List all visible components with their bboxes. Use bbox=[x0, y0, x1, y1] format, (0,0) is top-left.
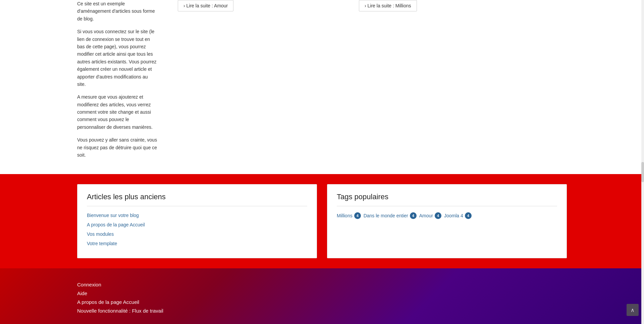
left-column: Ce site est un exemple d'aménagement d'a… bbox=[0, 0, 168, 164]
tag-item[interactable]: Joomla 44 bbox=[444, 212, 472, 219]
paragraph-3: A mesure que vous ajouterez et modifiere… bbox=[77, 93, 158, 131]
tag-label: Millions bbox=[337, 213, 353, 218]
scrollbar-thumb[interactable] bbox=[641, 162, 644, 182]
list-item: Votre template bbox=[87, 240, 307, 247]
footer-list-item: Connexion bbox=[77, 282, 567, 288]
tag-label: Amour bbox=[419, 213, 433, 218]
center-column: › Lire la suite : Amour bbox=[168, 0, 349, 164]
popular-tags-box: Tags populaires Millions4Dans le monde e… bbox=[327, 184, 567, 258]
tag-label: Joomla 4 bbox=[444, 213, 463, 218]
scroll-to-top-button[interactable]: ∧ bbox=[627, 304, 639, 316]
read-more-millions-button[interactable]: › Lire la suite : Millions bbox=[359, 0, 417, 11]
tags-container: Millions4Dans le monde entier4Amour4Joom… bbox=[337, 212, 557, 219]
read-more-amour-button[interactable]: › Lire la suite : Amour bbox=[178, 0, 233, 11]
older-article-link[interactable]: A propos de la page Accueil bbox=[87, 222, 145, 227]
paragraph-1: Ce site est un exemple d'aménagement d'a… bbox=[77, 0, 158, 22]
tag-badge: 4 bbox=[410, 212, 417, 219]
paragraph-2: Si vous vous connectez sur le site (le l… bbox=[77, 28, 158, 88]
older-article-link[interactable]: Vos modules bbox=[87, 231, 114, 237]
red-section: Articles les plus anciens Bienvenue sur … bbox=[0, 174, 644, 268]
popular-tags-title: Tags populaires bbox=[337, 193, 557, 206]
older-articles-title: Articles les plus anciens bbox=[87, 193, 307, 206]
paragraph-4: Vous pouvez y aller sans crainte, vous n… bbox=[77, 136, 158, 159]
scrollbar-track[interactable] bbox=[641, 0, 644, 324]
older-article-link[interactable]: Votre template bbox=[87, 241, 117, 246]
tag-label: Dans le monde entier bbox=[364, 213, 408, 218]
top-content: Ce site est un exemple d'aménagement d'a… bbox=[0, 0, 644, 174]
footer-link[interactable]: Connexion bbox=[77, 282, 101, 287]
footer-links-list: ConnexionAideA propos de la page Accueil… bbox=[77, 282, 567, 314]
list-item: A propos de la page Accueil bbox=[87, 222, 307, 228]
footer-link[interactable]: A propos de la page Accueil bbox=[77, 299, 139, 305]
older-article-link[interactable]: Bienvenue sur votre blog bbox=[87, 213, 139, 218]
footer-link[interactable]: Nouvelle fonctionnalité : Flux de travai… bbox=[77, 308, 163, 314]
older-articles-box: Articles les plus anciens Bienvenue sur … bbox=[77, 184, 317, 258]
list-item: Bienvenue sur votre blog bbox=[87, 212, 307, 218]
tag-badge: 4 bbox=[465, 212, 472, 219]
older-articles-list: Bienvenue sur votre blogA propos de la p… bbox=[87, 212, 307, 247]
footer-link[interactable]: Aide bbox=[77, 290, 87, 296]
footer: ConnexionAideA propos de la page Accueil… bbox=[0, 268, 644, 324]
footer-list-item: Aide bbox=[77, 290, 567, 296]
list-item: Vos modules bbox=[87, 231, 307, 237]
right-column: › Lire la suite : Millions bbox=[349, 0, 530, 164]
footer-list-item: A propos de la page Accueil bbox=[77, 299, 567, 305]
tag-item[interactable]: Dans le monde entier4 bbox=[364, 212, 417, 219]
tag-badge: 4 bbox=[354, 212, 361, 219]
tag-item[interactable]: Millions4 bbox=[337, 212, 361, 219]
footer-list-item: Nouvelle fonctionnalité : Flux de travai… bbox=[77, 308, 567, 314]
tag-item[interactable]: Amour4 bbox=[419, 212, 441, 219]
tag-badge: 4 bbox=[435, 212, 441, 219]
